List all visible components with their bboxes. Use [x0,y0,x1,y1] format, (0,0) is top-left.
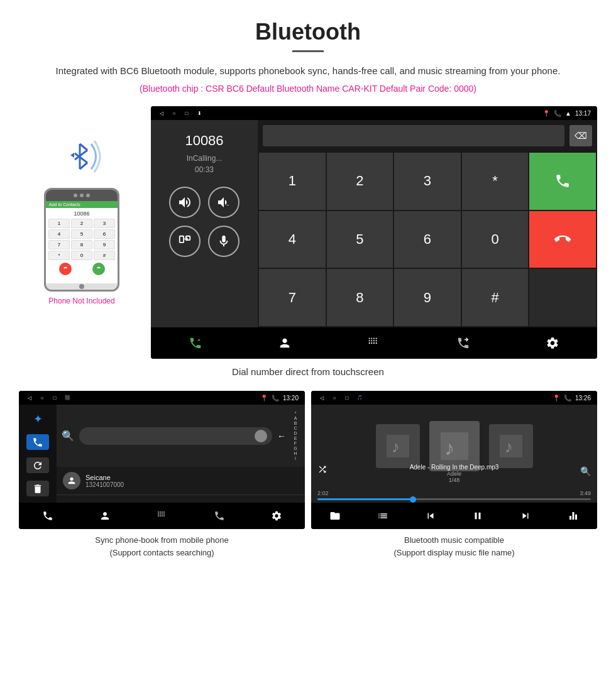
music-note-right: ♪ [500,435,522,457]
music-time: 13:26 [575,395,591,402]
dialer-left-panel: 10086 InCalling... 00:33 + − [151,120,258,327]
music-recent-icon[interactable]: □ [343,393,351,402]
svg-marker-5 [70,153,74,158]
top-caption: Dial number direct from touchscreen [0,359,616,385]
home-nav-icon[interactable]: ○ [170,109,179,117]
pb-refresh-icon[interactable] [26,457,49,473]
phone-side: Add to Contacts 10086 123 456 789 *0# [19,106,145,305]
call-end-btn[interactable] [529,211,596,268]
music-layout: ♪ ♪ ♪ [311,405,597,503]
music-nav-list[interactable] [373,506,392,525]
pb-back-icon[interactable]: ◁ [25,393,34,402]
key-9[interactable]: 9 [394,269,461,326]
album-art-left: ♪ [376,424,420,468]
pb-search-icon[interactable]: 🔍 [62,430,74,442]
key-star[interactable]: * [462,153,529,210]
key-1[interactable]: 1 [259,153,326,210]
key-2[interactable]: 2 [327,153,393,210]
music-call-icon: 📞 [564,395,571,402]
phonebook-layout: ✦ [19,405,305,503]
phone-mockup: Add to Contacts 10086 123 456 789 *0# [44,188,119,292]
svg-text:+: + [187,202,190,208]
pb-nav-settings[interactable] [267,506,286,525]
music-nav-equalizer[interactable] [564,506,583,525]
transfer-call-btn[interactable] [169,226,201,257]
pb-nav-keypad[interactable] [153,506,172,525]
bottom-nav-top [151,327,597,359]
dialer-input-field[interactable] [263,125,564,146]
music-nav-next[interactable] [516,506,535,525]
key-8[interactable]: 8 [327,269,393,326]
svg-line-1 [80,144,87,150]
progress-bar[interactable] [317,498,591,500]
progress-fill [317,498,413,500]
call-timer: 00:33 [195,165,214,174]
music-nav-play[interactable] [468,506,487,525]
key-5[interactable]: 5 [327,211,393,268]
music-search-icon[interactable]: 🔍 [580,466,591,476]
progress-knob[interactable] [410,496,416,503]
pb-nav-phone[interactable] [38,506,57,525]
nav-transfer-icon[interactable] [451,332,476,354]
music-caption: Bluetooth music compatible(Support displ… [311,529,597,564]
call-answer-btn[interactable] [529,153,596,210]
pb-delete-icon[interactable] [26,481,49,496]
nav-keypad-icon[interactable] [361,332,387,354]
pb-call-icon: 📞 [272,395,279,402]
contact-row-seicane[interactable]: Seicane 13241007000 [57,467,305,495]
backspace-btn[interactable]: ⌫ [569,125,592,146]
pb-search-row: 🔍 ← *ABCD EFGHI [57,405,305,467]
pb-nav-transfer[interactable] [210,506,229,525]
music-progress-area: 2:02 3:49 [311,488,597,503]
key-4[interactable]: 4 [259,211,326,268]
pb-download-icon: ⬛ [63,393,72,402]
download-icon: ⬇ [195,109,204,117]
nav-settings-icon[interactable] [540,332,565,354]
key-hash[interactable]: # [462,269,529,326]
dialer-input-row: ⌫ [258,120,597,151]
nav-contacts-icon[interactable] [272,332,297,354]
location-icon: 📍 [542,110,550,117]
page-description: Integrated with BC6 Bluetooth module, su… [38,63,578,79]
status-bar-top: ◁ ○ □ ⬇ 📍 📞 ▲ 13:17 [151,106,597,120]
mute-btn[interactable] [208,226,239,257]
phone-app-screen: 10086 InCalling... 00:33 + − [151,120,597,327]
volume-up-btn[interactable]: + [169,187,201,218]
music-back-icon[interactable]: ◁ [317,393,326,402]
pb-location-icon: 📍 [260,395,268,402]
svg-rect-8 [180,236,184,243]
call-status-icon: 📞 [554,110,561,117]
back-nav-icon[interactable]: ◁ [157,109,166,117]
key-3[interactable]: 3 [394,153,461,210]
car-screen-top: ◁ ○ □ ⬇ 📍 📞 ▲ 13:17 10086 InCalling... 0… [151,106,597,359]
key-0[interactable]: 0 [462,211,529,268]
music-nav-prev[interactable] [421,506,440,525]
page-title: Bluetooth [38,19,578,45]
key-empty [529,269,596,326]
volume-down-btn[interactable]: − [208,187,239,218]
pb-nav-contacts[interactable] [96,506,114,525]
pb-back-arrow[interactable]: ← [277,431,286,441]
pb-recent-icon[interactable]: □ [50,393,59,402]
shuffle-icon[interactable] [317,464,327,476]
music-icon-status: 🎵 [355,393,364,402]
title-underline [292,50,324,52]
svg-line-4 [80,163,87,169]
key-7[interactable]: 7 [259,269,326,326]
svg-text:♪: ♪ [505,437,513,456]
nav-phone-icon[interactable] [183,332,208,354]
time-display: 13:17 [575,110,591,117]
call-number: 10086 [185,133,223,149]
music-home-icon[interactable]: ○ [330,393,339,402]
phone-not-included-label: Phone Not Included [48,297,114,305]
key-6[interactable]: 6 [394,211,461,268]
contact-name: Seicane [85,474,299,481]
pb-home-icon[interactable]: ○ [38,393,47,402]
pb-search-field[interactable] [79,427,272,445]
pb-phone-icon[interactable] [26,434,49,450]
pb-caption: Sync phone-book from mobile phone(Suppor… [19,529,305,564]
music-block: ◁ ○ □ 🎵 📍 📞 13:26 [311,391,597,564]
recent-nav-icon[interactable]: □ [182,109,191,117]
music-nav-folder[interactable] [326,506,344,525]
pb-bt-icon: ✦ [26,411,49,427]
